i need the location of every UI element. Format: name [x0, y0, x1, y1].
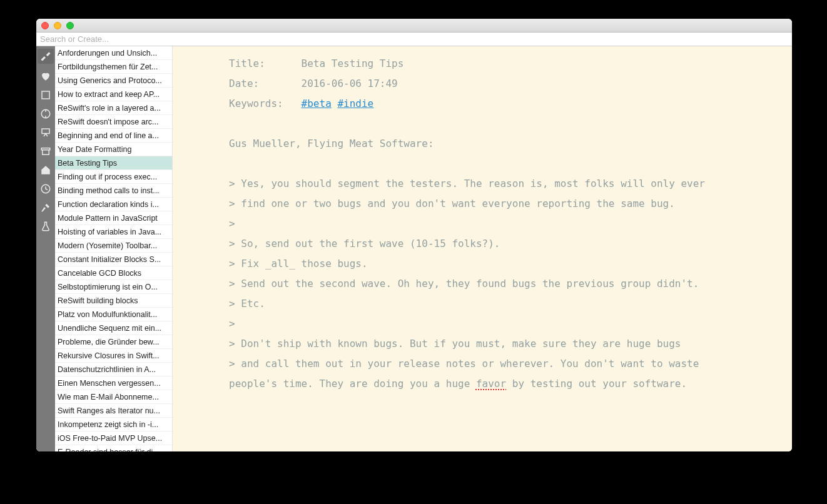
book-icon[interactable] — [39, 89, 52, 101]
search-bar — [36, 33, 792, 46]
note-list-item[interactable]: iOS Free-to-Paid MVP Upse... — [55, 431, 172, 445]
titlebar — [36, 19, 792, 33]
history-icon[interactable] — [39, 183, 52, 195]
keyword-link[interactable]: #beta — [302, 98, 332, 109]
note-list-item[interactable]: Beta Testing Tips — [55, 156, 172, 170]
archive-icon[interactable] — [39, 145, 52, 158]
note-list-item[interactable]: Selbstoptimierung ist ein O... — [55, 280, 172, 294]
zoom-window-button[interactable] — [66, 22, 74, 29]
flask-icon[interactable] — [39, 220, 52, 233]
note-list-item[interactable]: Rekursive Closures in Swift... — [55, 349, 172, 363]
note-list-item[interactable]: ReSwift's role in a layered a... — [55, 101, 172, 115]
note-list-item[interactable]: Binding method calls to inst... — [55, 184, 172, 198]
icon-sidebar — [36, 46, 55, 451]
note-list-item[interactable]: E-Reader sind besser für di... — [55, 445, 172, 451]
compass-icon[interactable] — [39, 108, 52, 120]
note-list-item[interactable]: Modern (Yosemite) Toolbar... — [55, 239, 172, 253]
hammer-icon[interactable] — [39, 201, 52, 214]
note-list-item[interactable]: Swift Ranges als Iterator nu... — [55, 404, 172, 418]
note-list-item[interactable]: Function declaration kinds i... — [55, 198, 172, 211]
search-input[interactable] — [36, 33, 792, 46]
close-window-button[interactable] — [41, 22, 49, 29]
note-list-item[interactable]: Anforderungen und Unsich... — [55, 46, 172, 60]
keyword-link[interactable]: #indie — [337, 98, 373, 109]
heart-icon[interactable] — [39, 70, 52, 83]
note-list-item[interactable]: Fortbildungsthemen für Zet... — [55, 60, 172, 74]
note-list-item[interactable]: ReSwift doesn't impose arc... — [55, 115, 172, 129]
note-list-item[interactable]: Inkompetenz zeigt sich in -i... — [55, 418, 172, 431]
note-list-item[interactable]: Constant Initializer Blocks S... — [55, 253, 172, 266]
minimize-window-button[interactable] — [54, 22, 61, 29]
note-list[interactable]: Anforderungen und Unsich...Fortbildungst… — [55, 46, 173, 451]
easel-icon[interactable] — [39, 126, 52, 139]
main-body: Anforderungen und Unsich...Fortbildungst… — [36, 46, 792, 451]
note-list-item[interactable]: Cancelable GCD Blocks — [55, 266, 172, 280]
note-editor[interactable]: Title: Beta Testing Tips Date: 2016-06-0… — [173, 46, 792, 451]
note-list-item[interactable]: Using Generics and Protoco... — [55, 74, 172, 88]
note-list-item[interactable]: Unendliche Sequenz mit ein... — [55, 321, 172, 335]
spellcheck-error[interactable]: favor — [476, 378, 506, 390]
wrench-icon[interactable] — [38, 49, 54, 64]
note-list-item[interactable]: Hoisting of variables in Java... — [55, 225, 172, 239]
note-list-item[interactable]: Module Pattern in JavaScript — [55, 211, 172, 225]
app-window: Anforderungen und Unsich...Fortbildungst… — [36, 19, 792, 451]
note-list-item[interactable]: Year Date Formatting — [55, 143, 172, 156]
note-list-item[interactable]: How to extract and keep AP... — [55, 88, 172, 101]
note-list-item[interactable]: Beginning and end of line a... — [55, 129, 172, 143]
note-list-item[interactable]: Einen Menschen vergessen... — [55, 376, 172, 390]
note-list-item[interactable]: Wie man E-Mail Abonneme... — [55, 390, 172, 404]
home-icon[interactable] — [39, 164, 52, 176]
note-list-item[interactable]: ReSwift building blocks — [55, 294, 172, 308]
note-list-item[interactable]: Datenschutzrichtlinien in A... — [55, 363, 172, 376]
note-list-item[interactable]: Finding out if process exec... — [55, 170, 172, 184]
note-list-item[interactable]: Platz von Modulfunktionalit... — [55, 308, 172, 321]
note-list-item[interactable]: Probleme, die Gründer bew... — [55, 335, 172, 349]
